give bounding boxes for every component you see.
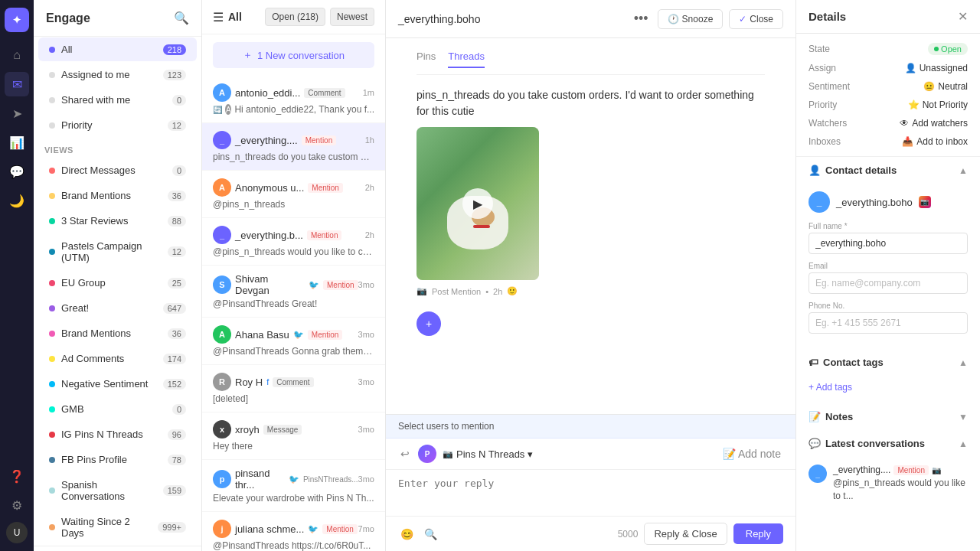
avatar: _ [213, 226, 231, 244]
assign-value[interactable]: 👤 Unassigned [905, 63, 968, 73]
sentiment-value[interactable]: 😐 Neutral [923, 81, 968, 92]
meta-time: 2h [493, 287, 502, 296]
snooze-button[interactable]: 🕐 Snooze [658, 9, 724, 29]
play-button[interactable]: ▶ [462, 188, 493, 219]
details-panel: Details ✕ State Open Assign 👤 Unassigned… [796, 0, 980, 551]
settings-icon[interactable]: ⚙ [5, 493, 29, 517]
search-icon[interactable]: 🔍 [174, 11, 189, 25]
new-conversation-button[interactable]: ＋ 1 New conversation [213, 42, 374, 68]
nav-item-brand2[interactable]: Brand Mentions 36 [38, 321, 197, 345]
state-badge[interactable]: Open [928, 43, 968, 55]
nav-igpins-label: IG Pins N Threads [61, 429, 162, 440]
watchers-value[interactable]: 👁 Add watchers [900, 118, 968, 129]
nav-item-direct[interactable]: Direct Messages 0 [38, 158, 197, 182]
add-tags-button[interactable]: + Add tags [808, 379, 852, 396]
list-item[interactable]: S Shivam Devgan 🐦 Mention 3mo @PinsandTh… [202, 266, 385, 318]
nav-all-label: All [61, 44, 157, 55]
nav-item-shared[interactable]: Shared with me 0 [38, 88, 197, 112]
list-item[interactable]: A Ahana Basu 🐦 Mention 3mo @PinsandThrea… [202, 318, 385, 365]
contact-details-header[interactable]: 👤 Contact details ▲ [796, 157, 980, 184]
undo-button[interactable]: ↩ [398, 445, 412, 462]
reply-button[interactable]: Reply [733, 523, 783, 544]
list-item[interactable]: A antonio_eddi... Comment 1m 🔄 A Hi anto… [202, 76, 385, 123]
open-filter-button[interactable]: Open (218) [265, 8, 325, 26]
twitter-icon: 🐦 [308, 524, 318, 534]
inbox-icon[interactable]: ✉ [5, 72, 29, 96]
sort-filter-button[interactable]: Newest [330, 8, 374, 26]
latest-conv-item[interactable]: _ _everything.... Mention 📷 @pins_n_thre… [808, 465, 968, 503]
analytics-icon[interactable]: 📊 [5, 130, 29, 155]
nav-item-igpins[interactable]: IG Pins N Threads 96 [38, 422, 197, 446]
fullname-input[interactable] [808, 233, 968, 254]
list-item[interactable]: A Anonymous u... Mention 2h @pins_n_thre… [202, 171, 385, 218]
tab-threads[interactable]: Threads [448, 51, 485, 68]
emoji-icon[interactable]: 🙂 [507, 286, 518, 296]
conv-time: 3mo [358, 377, 374, 386]
nav-item-priority[interactable]: Priority 12 [38, 113, 197, 137]
more-options-button[interactable]: ••• [631, 8, 652, 30]
sentiment-row: Sentiment 😐 Neutral [808, 81, 968, 92]
contact-tags-header[interactable]: 🏷 Contact tags ▲ [796, 349, 980, 376]
priority-icon: ⭐ [908, 99, 920, 110]
list-item[interactable]: R Roy H f Comment 3mo [deleted] [202, 365, 385, 412]
avatar: _ [213, 131, 231, 149]
help-icon[interactable]: ❓ [5, 464, 29, 488]
chat-icon[interactable]: 💬 [5, 159, 29, 184]
hamburger-icon[interactable]: ☰ [213, 10, 224, 24]
nav-assigned-count: 123 [163, 70, 186, 80]
brand2-dot [49, 331, 55, 337]
add-action-button[interactable]: + [416, 311, 441, 336]
latest-conv-header[interactable]: 💬 Latest conversations ▲ [796, 430, 980, 457]
moon-icon[interactable]: 🌙 [5, 188, 29, 213]
assigned-dot [49, 72, 55, 78]
nav-item-negative[interactable]: Negative Sentiment 152 [38, 372, 197, 396]
nav-great-count: 647 [163, 303, 186, 314]
list-item[interactable]: p pinsand thr... 🐦 PinsNThreads... 3mo E… [202, 460, 385, 512]
add-note-button[interactable]: 📝 Add note [720, 445, 783, 462]
nav-item-assigned[interactable]: Assigned to me 123 [38, 63, 197, 86]
sentiment-label: Sentiment [808, 81, 850, 92]
reply-close-button[interactable]: Reply & Close [644, 523, 727, 545]
nav-item-gmb[interactable]: GMB 0 [38, 397, 197, 421]
add-note-icon: 📝 [723, 448, 736, 460]
nav-item-waiting[interactable]: Waiting Since 2 Days 999+ [38, 510, 197, 545]
nav-item-3star[interactable]: 3 Star Reviews 88 [38, 209, 197, 233]
nav-item-spanish[interactable]: Spanish Conversations 159 [38, 473, 197, 508]
inboxes-value[interactable]: 📥 Add to inbox [902, 136, 968, 147]
conv-tag: Mention [302, 135, 337, 145]
nav-item-great[interactable]: Great! 647 [38, 296, 197, 320]
emoji-button[interactable]: 😊 [398, 526, 416, 543]
nav-gmb-label: GMB [61, 403, 166, 415]
avatar: j [213, 520, 231, 538]
attachment-button[interactable]: 🔍 [422, 526, 439, 543]
send-icon[interactable]: ➤ [5, 101, 29, 126]
nav-item-adcomments[interactable]: Ad Comments 174 [38, 347, 197, 370]
check-icon: ✓ [739, 14, 746, 24]
nav-item-all[interactable]: All 218 [38, 37, 197, 61]
email-input[interactable] [808, 272, 968, 294]
home-icon[interactable]: ⌂ [5, 43, 29, 67]
email-field: Email [808, 262, 968, 294]
list-item[interactable]: _ _everything.b... Mention 2h @pins_n_th… [202, 218, 385, 266]
nav-item-pastels[interactable]: Pastels Campaign (UTM) 12 [38, 234, 197, 269]
nav-item-eu[interactable]: EU Group 25 [38, 271, 197, 295]
reply-input[interactable] [398, 478, 783, 500]
phone-input[interactable] [808, 312, 968, 334]
list-item[interactable]: _ _everything.... Mention 1h pins_n_thre… [202, 123, 385, 171]
nav-item-brand-mentions[interactable]: Brand Mentions 36 [38, 184, 197, 207]
phone-label: Phone No. [808, 302, 968, 310]
nav-item-fbpins[interactable]: FB Pins Profile 78 [38, 448, 197, 471]
close-button[interactable]: ✓ Close [729, 9, 783, 29]
conv-time: 2h [365, 230, 374, 240]
list-item[interactable]: x xroyh Message 3mo Hey there [202, 412, 385, 460]
priority-value[interactable]: ⭐ Not Priority [908, 99, 968, 110]
notes-header[interactable]: 📝 Notes ▼ [796, 403, 980, 430]
tab-pins[interactable]: Pins [416, 51, 436, 68]
details-close-button[interactable]: ✕ [958, 9, 968, 24]
notes-icon: 📝 [808, 411, 821, 422]
avatar-icon[interactable]: U [6, 522, 28, 543]
watchers-row: Watchers 👁 Add watchers [808, 118, 968, 129]
list-item[interactable]: j juliana schme... 🐦 Mention 7mo @Pinsan… [202, 512, 385, 551]
account-selector[interactable]: 📷 Pins N Threads ▾ [443, 448, 533, 460]
details-header: Details ✕ [796, 0, 980, 34]
